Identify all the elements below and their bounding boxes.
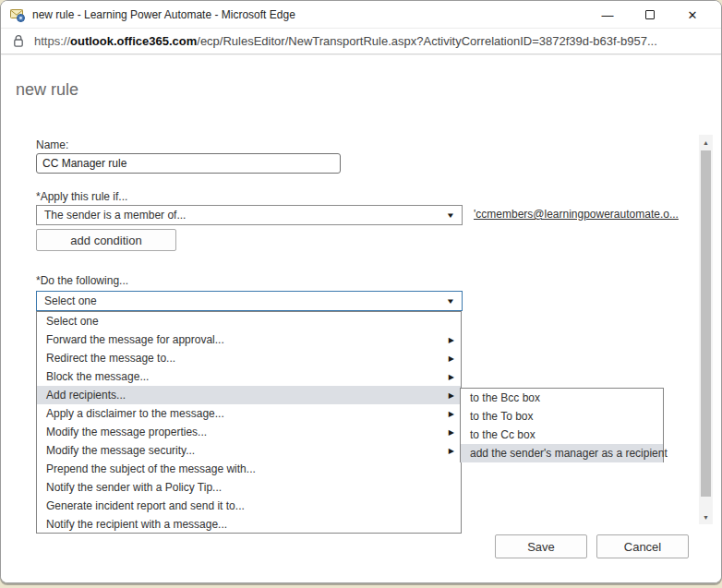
apply-rule-if-label: *Apply this rule if... <box>36 190 127 203</box>
menu-item[interactable]: add the sender's manager as a recipient <box>461 444 663 462</box>
close-icon: ✕ <box>688 8 698 22</box>
menu-item-label: Prepend the subject of the message with.… <box>46 462 256 475</box>
menu-item-label: Generate incident report and send it to.… <box>46 499 245 512</box>
page-title: new rule <box>16 80 78 100</box>
scrollbar-thumb[interactable] <box>701 150 711 497</box>
submenu-arrow-icon: ▶ <box>449 391 454 400</box>
menu-item-label: to the Cc box <box>470 428 535 441</box>
group-members-link[interactable]: 'ccmembers@learningpowerautomate.o... <box>474 208 679 221</box>
menu-item-label: Apply a disclaimer to the message... <box>46 407 224 420</box>
browser-popup-window: new rule - Learning Power Automate - Mic… <box>0 0 722 583</box>
menu-item[interactable]: Redirect the message to...▶ <box>37 349 461 367</box>
menu-item-label: Notify the recipient with a message... <box>46 518 227 531</box>
menu-item-label: to the To box <box>470 410 534 423</box>
maximize-icon <box>645 10 655 19</box>
menu-item[interactable]: Prepend the subject of the message with.… <box>37 460 461 478</box>
title-bar: new rule - Learning Power Automate - Mic… <box>1 1 721 29</box>
submenu-arrow-icon: ▶ <box>449 410 454 418</box>
menu-item-label: Select one <box>46 315 99 328</box>
vertical-scrollbar[interactable]: ▲ ▼ <box>699 135 713 524</box>
do-the-following-label: *Do the following... <box>36 274 128 287</box>
menu-item-label: Modify the message security... <box>46 444 195 457</box>
menu-item[interactable]: Add recipients...▶ <box>37 386 461 404</box>
submenu-arrow-icon: ▶ <box>449 336 454 344</box>
window-title: new rule - Learning Power Automate - Mic… <box>32 8 295 21</box>
menu-item[interactable]: to the Cc box <box>461 426 663 444</box>
rule-editor-page: new rule Name: *Apply this rule if... Th… <box>1 55 721 582</box>
menu-item-label: Redirect the message to... <box>46 352 175 365</box>
mail-rule-favicon-icon <box>10 7 25 22</box>
submenu-arrow-icon: ▶ <box>449 373 454 381</box>
menu-item[interactable]: Forward the message for approval...▶ <box>37 330 461 349</box>
menu-item-label: Modify the message properties... <box>46 426 207 438</box>
menu-item[interactable]: to the Bcc box <box>461 389 663 407</box>
menu-item-label: to the Bcc box <box>470 391 540 404</box>
menu-item-label: Add recipients... <box>46 389 126 402</box>
menu-item[interactable]: Generate incident report and send it to.… <box>37 497 461 515</box>
menu-item[interactable]: Apply a disclaimer to the message...▶ <box>37 404 461 423</box>
name-label: Name: <box>36 138 68 151</box>
menu-item-label: Forward the message for approval... <box>46 333 224 346</box>
url-scheme: https:// <box>34 34 70 48</box>
url-domain: outlook.office365.com <box>70 34 197 48</box>
menu-item[interactable]: Modify the message security...▶ <box>37 441 461 460</box>
padlock-icon[interactable] <box>13 34 24 48</box>
menu-item[interactable]: Block the message...▶ <box>37 367 461 386</box>
address-bar[interactable]: https://outlook.office365.com/ecp/RulesE… <box>1 29 721 54</box>
maximize-button[interactable] <box>629 1 671 29</box>
cancel-button[interactable]: Cancel <box>596 534 689 558</box>
submenu-arrow-icon: ▶ <box>449 447 454 455</box>
add-condition-button[interactable]: add condition <box>36 229 176 251</box>
action-dropdown-menu: Select oneForward the message for approv… <box>36 311 462 534</box>
menu-item[interactable]: Notify the sender with a Policy Tip... <box>37 478 461 497</box>
condition-select-value: The sender is a member of... <box>44 209 186 222</box>
window-controls: — ✕ <box>586 1 714 29</box>
action-select-value: Select one <box>44 294 97 307</box>
menu-item-label: add the sender's manager as a recipient <box>470 447 668 460</box>
chevron-down-icon: ▼ <box>446 297 455 306</box>
submenu-arrow-icon: ▶ <box>449 354 454 363</box>
scroll-up-icon[interactable]: ▲ <box>699 135 713 150</box>
menu-item[interactable]: Modify the message properties...▶ <box>37 423 461 441</box>
menu-item[interactable]: Notify the recipient with a message... <box>37 515 461 534</box>
minimize-icon: — <box>602 8 614 22</box>
save-button[interactable]: Save <box>495 534 587 558</box>
menu-item[interactable]: to the To box <box>461 407 663 426</box>
rule-name-input[interactable] <box>36 153 341 174</box>
submenu-arrow-icon: ▶ <box>449 428 454 437</box>
menu-item-label: Block the message... <box>46 370 149 383</box>
close-button[interactable]: ✕ <box>671 1 714 29</box>
url-path: /ecp/RulesEditor/NewTransportRule.aspx?A… <box>197 34 656 48</box>
add-recipients-submenu: to the Bcc boxto the To boxto the Cc box… <box>460 388 664 462</box>
condition-select[interactable]: The sender is a member of... ▼ <box>36 205 463 225</box>
minimize-button[interactable]: — <box>586 1 629 29</box>
page-url: https://outlook.office365.com/ecp/RulesE… <box>34 34 657 48</box>
chevron-down-icon: ▼ <box>446 211 455 220</box>
menu-item[interactable]: Select one <box>37 312 461 330</box>
action-select[interactable]: Select one ▼ <box>36 291 463 311</box>
menu-item-label: Notify the sender with a Policy Tip... <box>46 481 222 494</box>
scroll-down-icon[interactable]: ▼ <box>699 510 713 524</box>
